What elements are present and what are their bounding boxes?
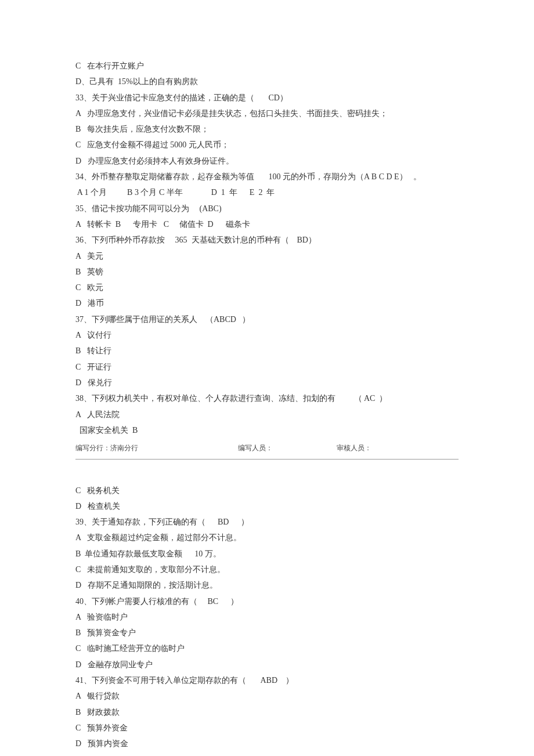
question-40: 40、下列帐户需要人行核准的有（ BC ）: [75, 594, 459, 609]
document-page: C 在本行开立账户 D、己具有 15%以上的自有购房款 33、关于兴业借记卡应急…: [0, 0, 534, 756]
q33-option-c: C 应急支付金额不得超过 5000 元人民币；: [75, 137, 459, 153]
q39-option-d: D 存期不足通知期限的，按活期计息。: [75, 577, 459, 593]
q38-option-b: 国家安全机关 B: [75, 422, 459, 438]
q33-option-d: D 办理应急支付必须持本人有效身份证件。: [75, 153, 459, 169]
q34-options: A 1 个月 B 3 个月 C 半年 D 1 年 E 2 年: [75, 185, 459, 200]
footer-reviewer: 审核人员：: [337, 442, 371, 455]
q41-option-b: B 财政拨款: [75, 704, 459, 720]
q35-options: A 转帐卡 B 专用卡 C 储值卡 D 磁条卡: [75, 216, 459, 232]
option-d: D、己具有 15%以上的自有购房款: [75, 74, 459, 89]
q36-option-a: A 美元: [75, 248, 459, 264]
q38-option-d: D 检查机关: [75, 498, 459, 514]
q41-option-c: C 预算外资金: [75, 720, 459, 736]
q33-option-b: B 每次挂失后，应急支付次数不限；: [75, 121, 459, 137]
q41-option-a: A 银行贷款: [75, 688, 459, 704]
q40-option-b: B 预算资金专户: [75, 625, 459, 641]
q40-option-c: C 临时施工经营开立的临时户: [75, 641, 459, 656]
question-37: 37、下列哪些属于信用证的关系人 （ABCD ）: [75, 312, 459, 327]
question-36: 36、下列币种外币存款按 365 天基础天数计息的币种有（ BD）: [75, 232, 459, 248]
question-34: 34、外币整存整取定期储蓄存款，起存金额为等值 100 元的外币，存期分为（A …: [75, 169, 459, 185]
q37-option-b: B 转让行: [75, 343, 459, 359]
page-footer: 编写分行：济南分行 编写人员： 审核人员：: [75, 442, 459, 455]
q40-option-d: D 金融存放同业专户: [75, 657, 459, 672]
question-41: 41、下列资金不可用于转入单位定期存款的有（ ABD ）: [75, 672, 459, 688]
question-35: 35、借记卡按功能不同可以分为 (ABC): [75, 201, 459, 216]
q39-option-c: C 未提前通知支取的，支取部分不计息。: [75, 562, 459, 577]
q37-option-c: C 开证行: [75, 359, 459, 375]
q41-option-d: D 预算内资金: [75, 736, 459, 751]
question-33: 33、关于兴业借记卡应急支付的描述，正确的是（ CD）: [75, 90, 459, 106]
footer-branch-label: 编写分行：: [75, 444, 110, 452]
footer-branch: 编写分行：济南分行: [75, 442, 238, 455]
option-c: C 在本行开立账户: [75, 58, 459, 74]
q36-option-d: D 港币: [75, 295, 459, 311]
q37-option-d: D 保兑行: [75, 375, 459, 390]
q38-option-c: C 税务机关: [75, 483, 459, 498]
q36-option-c: C 欧元: [75, 280, 459, 295]
q38-option-a: A 人民法院: [75, 407, 459, 422]
q40-option-a: A 验资临时户: [75, 609, 459, 625]
divider: [75, 459, 459, 460]
footer-writer: 编写人员：: [238, 442, 337, 455]
question-39: 39、关于通知存款，下列正确的有（ BD ）: [75, 514, 459, 530]
q33-option-a: A 办理应急支付，兴业借记卡必须是挂失状态，包括口头挂失、书面挂失、密码挂失；: [75, 106, 459, 121]
q39-option-a: A 支取金额超过约定金额，超过部分不计息。: [75, 530, 459, 545]
question-38: 38、下列权力机关中，有权对单位、个人存款进行查询、冻结、扣划的有 （ AC ）: [75, 390, 459, 406]
q37-option-a: A 议付行: [75, 327, 459, 343]
q39-option-b: B 单位通知存款最低支取金额 10 万。: [75, 546, 459, 562]
q36-option-b: B 英镑: [75, 264, 459, 280]
footer-branch-value: 济南分行: [110, 444, 138, 452]
